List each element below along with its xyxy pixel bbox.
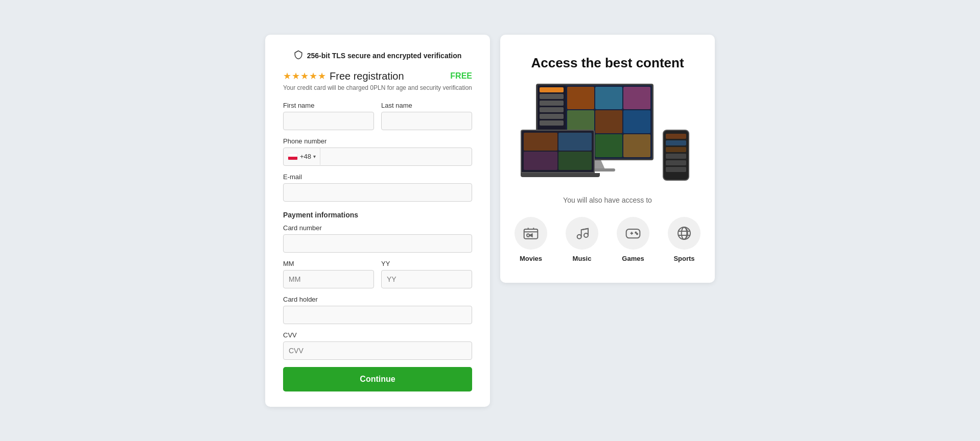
sidebar-item-3	[540, 101, 564, 106]
chevron-down-icon: ▾	[313, 154, 316, 159]
thumb-8	[595, 134, 622, 157]
svg-point-6	[637, 233, 638, 234]
payment-section-title: Payment informations	[283, 211, 472, 219]
mm-input[interactable]	[283, 270, 374, 288]
email-group: E-mail	[283, 173, 472, 202]
email-input[interactable]	[283, 183, 472, 202]
sidebar-item-5	[540, 114, 564, 119]
yy-input[interactable]	[381, 270, 472, 288]
last-name-label: Last name	[381, 102, 472, 109]
free-badge: FREE	[450, 71, 472, 81]
sidebar-item-6	[540, 120, 564, 126]
yy-group: YY	[381, 260, 472, 288]
movie-icon	[523, 225, 539, 241]
games-icon-circle	[617, 217, 649, 250]
last-name-group: Last name	[381, 102, 472, 130]
games-icon	[625, 225, 641, 241]
card-number-input[interactable]	[283, 234, 472, 253]
m-row-3	[666, 147, 686, 152]
category-music: Music	[562, 217, 602, 262]
sidebar-item-1	[540, 87, 564, 92]
reg-title: Free registration	[330, 70, 404, 82]
registration-subtitle: Your credit card will be charged 0PLN fo…	[283, 84, 472, 91]
laptop-screen	[521, 130, 595, 173]
first-name-input[interactable]	[283, 112, 374, 130]
svg-point-2	[577, 234, 581, 238]
devices-mockup	[521, 84, 694, 181]
category-sports: Sports	[664, 217, 705, 262]
phone-prefix-text: +48	[300, 153, 311, 160]
ls-4	[558, 152, 592, 170]
thumb-2	[595, 87, 622, 110]
ls-1	[524, 133, 557, 151]
m-row-4	[666, 154, 686, 159]
category-movies: Movies	[510, 217, 551, 262]
access-text: You will also have access to	[563, 196, 652, 204]
promo-title: Access the best content	[531, 55, 684, 71]
m-row-5	[666, 160, 686, 165]
name-row: First name Last name	[283, 102, 472, 130]
music-icon	[574, 225, 590, 241]
cvv-group: CVV	[283, 331, 472, 360]
mm-label: MM	[283, 260, 374, 267]
card-holder-label: Card holder	[283, 296, 472, 303]
stars-title: ★★★★★ Free registration	[283, 70, 404, 82]
sports-icon	[676, 225, 692, 241]
email-label: E-mail	[283, 173, 472, 181]
expiry-row: MM YY	[283, 260, 472, 288]
card-holder-group: Card holder	[283, 296, 472, 324]
svg-rect-0	[524, 229, 538, 239]
first-name-group: First name	[283, 102, 374, 130]
reg-header: ★★★★★ Free registration FREE	[283, 70, 472, 82]
svg-point-3	[584, 233, 588, 237]
movies-label: Movies	[520, 255, 542, 262]
last-name-input[interactable]	[381, 112, 472, 130]
phone-input-wrapper[interactable]: +48 ▾	[283, 148, 472, 166]
phone-group: Phone number +48 ▾	[283, 137, 472, 166]
sidebar-item-4	[540, 107, 564, 112]
cvv-label: CVV	[283, 331, 472, 339]
registration-form-card: 256-bit TLS secure and encrypted verific…	[265, 35, 490, 407]
sports-icon-circle	[668, 217, 701, 250]
sidebar-item-2	[540, 94, 564, 99]
security-banner: 256-bit TLS secure and encrypted verific…	[283, 50, 472, 61]
card-number-label: Card number	[283, 224, 472, 232]
category-games: Games	[613, 217, 654, 262]
svg-point-7	[678, 227, 690, 239]
m-row-1	[666, 134, 686, 139]
mobile-device	[663, 130, 689, 181]
flag-poland	[288, 153, 298, 160]
card-holder-input[interactable]	[283, 306, 472, 324]
thumb-9	[623, 134, 650, 157]
thumb-3	[623, 87, 650, 110]
phone-number-input[interactable]	[320, 148, 472, 165]
page-wrapper: 256-bit TLS secure and encrypted verific…	[255, 14, 725, 427]
card-number-group: Card number	[283, 224, 472, 253]
content-promo-card: Access the best content	[500, 35, 715, 283]
stars: ★★★★★	[283, 70, 326, 82]
thumb-6	[623, 110, 650, 133]
phone-label: Phone number	[283, 137, 472, 145]
yy-label: YY	[381, 260, 472, 267]
security-text: 256-bit TLS secure and encrypted verific…	[307, 52, 462, 60]
thumb-5	[595, 110, 622, 133]
categories-list: Movies Music	[510, 217, 705, 262]
phone-prefix-selector[interactable]: +48 ▾	[284, 148, 320, 165]
shield-icon	[294, 50, 303, 61]
first-name-label: First name	[283, 102, 374, 109]
svg-point-8	[682, 227, 687, 239]
laptop-device	[521, 130, 597, 181]
ls-2	[558, 133, 592, 151]
laptop-base	[521, 173, 600, 177]
m-row-2	[666, 140, 686, 145]
svg-point-5	[635, 232, 636, 233]
music-label: Music	[573, 255, 592, 262]
mm-group: MM	[283, 260, 374, 288]
cvv-input[interactable]	[283, 341, 472, 360]
ls-3	[524, 152, 557, 170]
music-icon-circle	[566, 217, 598, 250]
m-row-6	[666, 167, 686, 172]
movies-icon-circle	[515, 217, 547, 250]
games-label: Games	[622, 255, 644, 262]
continue-button[interactable]: Continue	[283, 367, 472, 391]
